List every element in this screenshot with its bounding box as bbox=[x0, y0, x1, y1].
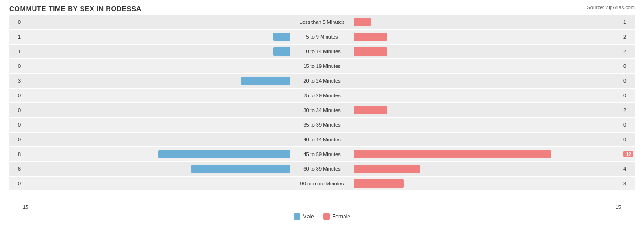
male-bar-container bbox=[23, 89, 290, 102]
male-bar bbox=[191, 165, 290, 173]
female-bar-container bbox=[354, 133, 621, 146]
male-value: 1 bbox=[9, 49, 23, 54]
female-bar bbox=[354, 106, 387, 114]
male-bar-container bbox=[23, 59, 290, 73]
table-row: 035 to 39 Minutes0 bbox=[9, 118, 635, 132]
female-bar-container bbox=[354, 15, 621, 29]
female-value: 12 bbox=[621, 151, 635, 157]
male-bar bbox=[273, 33, 290, 41]
table-row: 660 to 89 Minutes4 bbox=[9, 162, 635, 176]
male-value: 0 bbox=[9, 137, 23, 142]
male-bar-container bbox=[23, 15, 290, 29]
male-value: 0 bbox=[9, 63, 23, 69]
category-label: 60 to 89 Minutes bbox=[290, 166, 354, 172]
category-label: 45 to 59 Minutes bbox=[290, 151, 354, 157]
category-label: 10 to 14 Minutes bbox=[290, 49, 354, 54]
male-value: 8 bbox=[9, 151, 23, 157]
male-value: 0 bbox=[9, 181, 23, 186]
source-label: Source: ZipAtlas.com bbox=[587, 5, 635, 10]
male-value: 6 bbox=[9, 166, 23, 172]
male-bar bbox=[158, 150, 290, 158]
female-value: 0 bbox=[621, 137, 635, 142]
female-bar bbox=[354, 18, 371, 26]
table-row: 090 or more Minutes3 bbox=[9, 177, 635, 190]
male-bar-container bbox=[23, 118, 290, 132]
male-bar bbox=[273, 47, 290, 56]
female-value: 0 bbox=[621, 63, 635, 69]
axis-right: 15 bbox=[616, 204, 621, 210]
female-bar-container bbox=[354, 162, 621, 176]
male-value: 0 bbox=[9, 19, 23, 25]
legend-male-label: Male bbox=[302, 213, 314, 220]
male-bar-container bbox=[23, 30, 290, 44]
female-value: 0 bbox=[621, 122, 635, 128]
category-label: 90 or more Minutes bbox=[290, 181, 354, 186]
legend: Male Female bbox=[9, 213, 635, 220]
female-bar bbox=[354, 165, 420, 173]
female-bar-container bbox=[354, 59, 621, 73]
male-bar-container bbox=[23, 133, 290, 146]
table-row: 0Less than 5 Minutes1 bbox=[9, 15, 635, 29]
female-value: 3 bbox=[621, 181, 635, 186]
chart-area: 0Less than 5 Minutes115 to 9 Minutes2110… bbox=[9, 15, 635, 203]
category-label: 20 to 24 Minutes bbox=[290, 78, 354, 84]
category-label: 40 to 44 Minutes bbox=[290, 137, 354, 142]
male-bar bbox=[241, 77, 290, 85]
female-bar-container bbox=[354, 45, 621, 58]
male-bar-container bbox=[23, 177, 290, 190]
axis-labels: 15 15 bbox=[9, 204, 635, 210]
table-row: 015 to 19 Minutes0 bbox=[9, 59, 635, 73]
category-label: 15 to 19 Minutes bbox=[290, 63, 354, 69]
table-row: 110 to 14 Minutes2 bbox=[9, 45, 635, 58]
table-row: 845 to 59 Minutes12 bbox=[9, 147, 635, 161]
female-bar-container bbox=[354, 103, 621, 117]
male-bar-container bbox=[23, 162, 290, 176]
chart-container: COMMUTE TIME BY SEX IN RODESSA Source: Z… bbox=[0, 0, 644, 240]
female-bar-container bbox=[354, 118, 621, 132]
female-bar-container bbox=[354, 30, 621, 44]
female-value: 4 bbox=[621, 166, 635, 172]
legend-female: Female bbox=[323, 213, 350, 220]
male-bar-container bbox=[23, 45, 290, 58]
female-bar-container bbox=[354, 147, 621, 161]
legend-female-label: Female bbox=[332, 213, 350, 220]
axis-left: 15 bbox=[23, 204, 28, 210]
female-bar-container bbox=[354, 177, 621, 190]
category-label: 25 to 29 Minutes bbox=[290, 93, 354, 98]
category-label: Less than 5 Minutes bbox=[290, 19, 354, 25]
category-label: 5 to 9 Minutes bbox=[290, 34, 354, 39]
table-row: 030 to 34 Minutes2 bbox=[9, 103, 635, 117]
female-bar bbox=[354, 179, 404, 188]
category-label: 30 to 34 Minutes bbox=[290, 107, 354, 113]
female-value-badge: 12 bbox=[623, 151, 633, 157]
male-value: 3 bbox=[9, 78, 23, 84]
table-row: 025 to 29 Minutes0 bbox=[9, 89, 635, 102]
female-bar bbox=[354, 150, 551, 158]
chart-title: COMMUTE TIME BY SEX IN RODESSA bbox=[9, 5, 635, 12]
female-value: 2 bbox=[621, 49, 635, 54]
male-value: 1 bbox=[9, 34, 23, 39]
female-value: 2 bbox=[621, 34, 635, 39]
female-bar bbox=[354, 33, 387, 41]
legend-female-box bbox=[323, 213, 330, 220]
female-bar bbox=[354, 47, 387, 56]
female-bar-container bbox=[354, 74, 621, 88]
female-value: 2 bbox=[621, 107, 635, 113]
table-row: 15 to 9 Minutes2 bbox=[9, 30, 635, 44]
category-label: 35 to 39 Minutes bbox=[290, 122, 354, 128]
female-value: 0 bbox=[621, 78, 635, 84]
male-value: 0 bbox=[9, 107, 23, 113]
male-value: 0 bbox=[9, 93, 23, 98]
female-value: 1 bbox=[621, 19, 635, 25]
legend-male: Male bbox=[294, 213, 314, 220]
table-row: 320 to 24 Minutes0 bbox=[9, 74, 635, 88]
male-bar-container bbox=[23, 74, 290, 88]
female-value: 0 bbox=[621, 93, 635, 98]
male-bar-container bbox=[23, 147, 290, 161]
female-bar-container bbox=[354, 89, 621, 102]
table-row: 040 to 44 Minutes0 bbox=[9, 133, 635, 146]
male-value: 0 bbox=[9, 122, 23, 128]
male-bar-container bbox=[23, 103, 290, 117]
legend-male-box bbox=[294, 213, 300, 220]
